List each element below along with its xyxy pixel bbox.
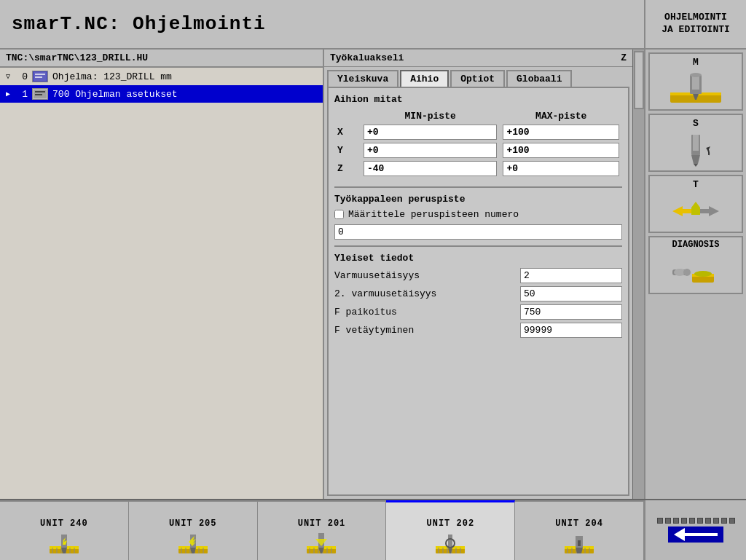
tool-btn-diagnosis[interactable]: DIAGNOSIS <box>648 236 743 294</box>
svg-marker-61 <box>315 539 327 546</box>
main-area: TNC:\smarTNC\123_DRILL.HU ▽ 0 Ohjelma: 1… <box>0 50 746 499</box>
input-varmuus[interactable] <box>520 268 622 283</box>
peruspiste-checkbox[interactable] <box>334 210 344 219</box>
unit-tab-unit240[interactable]: UNIT 240 <box>0 500 129 560</box>
y-min-input[interactable] <box>364 143 498 158</box>
col-max-header: MAX-piste <box>500 109 622 123</box>
svg-point-28 <box>683 269 691 276</box>
input-vetaytyminen[interactable] <box>520 323 622 338</box>
tool-btn-m[interactable]: M <box>648 52 743 111</box>
peruspiste-value-input[interactable] <box>334 224 622 240</box>
panel-content: Aihion mitat MIN-piste MAX-piste X <box>327 87 629 496</box>
unit-label-unit205: UNIT 205 <box>169 518 217 529</box>
file-path: TNC:\smarTNC\123_DRILL.HU <box>0 50 323 68</box>
tabs-row: Yleiskuva Aihio Optiot Globaali <box>324 67 632 87</box>
section-peruspiste-title: Työkappaleen peruspiste <box>334 194 622 205</box>
svg-rect-85 <box>685 533 718 536</box>
unit-tab-unit204[interactable]: UNIT 204 <box>515 500 644 560</box>
z-max-input[interactable] <box>503 161 619 176</box>
side-toolbar: M S <box>644 50 746 499</box>
tree-arrow-1: ▶ <box>6 90 10 98</box>
svg-rect-4 <box>35 91 45 92</box>
nav-dot-4 <box>681 518 687 524</box>
tool-label-s: S <box>693 118 699 129</box>
form-row-varmuus2: 2. varmuusetäisyys <box>334 286 622 301</box>
svg-marker-22 <box>691 202 700 208</box>
nav-dots-row <box>657 518 735 524</box>
left-panel: TNC:\smarTNC\123_DRILL.HU ▽ 0 Ohjelma: 1… <box>0 50 324 499</box>
unit-tab-unit202[interactable]: UNIT 202 <box>386 500 515 560</box>
form-row-vetaytyminen: F vetäytyminen <box>334 323 622 338</box>
nav-dot-7 <box>705 518 711 524</box>
label-paikoitus: F paikoitus <box>334 307 520 318</box>
x-min-input[interactable] <box>364 125 498 140</box>
svg-rect-19 <box>700 209 709 213</box>
unit-icon-unit201 <box>303 531 339 557</box>
nav-dot-1 <box>657 518 663 524</box>
svg-marker-17 <box>672 206 683 216</box>
tree-label-1: 700 Ohjelman asetukset <box>52 89 178 100</box>
table-row: Y <box>334 141 622 159</box>
tree-item-1[interactable]: ▶ 1 700 Ohjelman asetukset <box>0 85 323 103</box>
tab-aihio[interactable]: Aihio <box>400 70 449 87</box>
panel-axis: Z <box>621 52 627 63</box>
panel-title: Työkaluakseli <box>330 52 404 63</box>
svg-rect-18 <box>683 209 691 213</box>
tree-icon-1 <box>32 88 48 100</box>
tab-yleiskuva[interactable]: Yleiskuva <box>327 70 398 87</box>
tree-arrow-0: ▽ <box>6 72 10 81</box>
axis-y: Y <box>334 141 361 159</box>
unit-icon-unit204 <box>561 531 597 557</box>
tool-btn-t[interactable]: T <box>648 175 743 233</box>
label-vetaytyminen: F vetäytyminen <box>334 325 520 336</box>
svg-point-25 <box>694 271 712 277</box>
svg-point-10 <box>690 73 702 77</box>
unit-label-unit201: UNIT 201 <box>298 518 346 529</box>
scrollbar[interactable] <box>632 50 644 499</box>
svg-rect-70 <box>448 535 452 548</box>
input-paikoitus[interactable] <box>520 304 622 320</box>
right-panel: Työkaluakseli Z Yleiskuva Aihio Optiot G… <box>324 50 632 499</box>
unit-icon-unit202 <box>432 531 468 557</box>
tool-btn-s[interactable]: S <box>648 114 743 172</box>
y-max-input[interactable] <box>503 143 619 158</box>
tree-label-0: Ohjelma: 123_DRILL mm <box>52 71 172 82</box>
tab-globaali[interactable]: Globaali <box>506 70 572 87</box>
unit-icon-unit240 <box>46 531 82 557</box>
svg-marker-84 <box>674 528 685 541</box>
unit-tab-unit201[interactable]: UNIT 201 <box>258 500 387 560</box>
z-min-input[interactable] <box>364 161 498 176</box>
section-yleiset-title: Yleiset tiedot <box>334 253 622 264</box>
x-max-input[interactable] <box>503 125 619 140</box>
tree-num-0: 0 <box>16 71 28 82</box>
label-varmuus2: 2. varmuusetäisyys <box>334 288 520 299</box>
unit-icon-unit205 <box>175 531 211 557</box>
unit-tab-unit205[interactable]: UNIT 205 <box>129 500 258 560</box>
col-min-header: MIN-piste <box>361 109 500 123</box>
form-row-paikoitus: F paikoitus <box>334 304 622 320</box>
nav-dot-10 <box>729 518 735 524</box>
bottom-right-nav <box>644 500 746 560</box>
nav-dot-9 <box>721 518 727 524</box>
nav-dot-6 <box>697 518 703 524</box>
unit-label-unit240: UNIT 240 <box>40 518 88 529</box>
nav-dot-5 <box>689 518 695 524</box>
tool-icon-diagnosis <box>667 254 725 291</box>
bottom-bar: UNIT 240 <box>0 499 746 560</box>
svg-rect-21 <box>691 208 700 215</box>
svg-rect-5 <box>35 94 42 95</box>
panel-header: Työkaluakseli Z <box>324 50 632 67</box>
axis-x: X <box>334 123 361 141</box>
tree-icon-0 <box>32 71 48 82</box>
tab-optiot[interactable]: Optiot <box>450 70 505 87</box>
tree-num-1: 1 <box>16 89 28 100</box>
svg-rect-82 <box>578 540 581 546</box>
tree-item-0[interactable]: ▽ 0 Ohjelma: 123_DRILL mm <box>0 68 323 85</box>
input-varmuus2[interactable] <box>520 286 622 301</box>
form-row-varmuus: Varmuusetäisyys <box>334 268 622 283</box>
table-row: Z <box>334 159 622 178</box>
nav-arrow-button[interactable] <box>668 527 723 543</box>
scroll-thumb[interactable] <box>634 51 644 109</box>
nav-dot-8 <box>713 518 719 524</box>
peruspiste-checkbox-label: Määrittele peruspisteen numero <box>348 209 519 220</box>
